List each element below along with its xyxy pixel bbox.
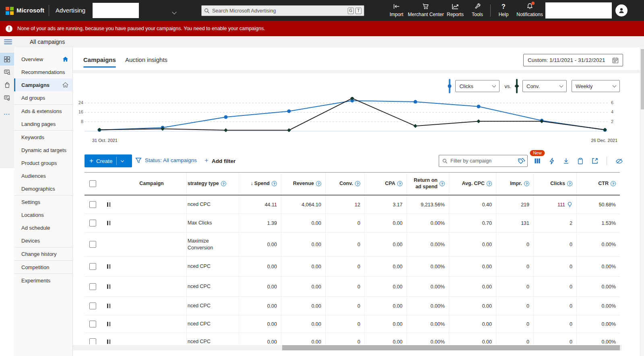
sidebar-item-campaigns[interactable]: Campaigns [14,78,72,91]
account-chevron-down-icon[interactable] [173,9,176,15]
sidebar-item-change-history[interactable]: Change history [14,247,72,260]
sidebar-item-demographics[interactable]: Demographics [14,182,72,195]
column-header-revenue[interactable]: Revenue [281,173,325,195]
help-button[interactable]: ? Help [499,3,509,17]
sidebar-item-competition[interactable]: Competition [14,261,72,274]
sidebar-item-ads-extensions[interactable]: Ads & extensions [14,105,72,117]
sidebar-item-landing-pages[interactable]: Landing pages [14,117,72,130]
more-ellipsis-icon[interactable]: ··· [0,107,14,120]
campaign-name-redacted[interactable] [117,315,186,333]
search-input[interactable] [212,8,346,14]
column-header-impr[interactable]: Impr. [496,173,533,195]
row-checkbox[interactable] [89,338,96,344]
campaign-name-redacted[interactable] [117,297,186,315]
hide-chart-eye-off-icon[interactable] [615,158,623,164]
reports-button[interactable]: Reports [447,3,464,17]
notifications-button[interactable]: Notifications [516,3,543,17]
date-range-picker[interactable]: Custom: 1/11/2021 - 31/12/2021 [523,54,623,66]
add-filter-button[interactable]: + Add filter [204,157,235,165]
help-icon[interactable] [611,181,616,186]
campaign-filter-input[interactable] [450,158,524,164]
column-header-clicks[interactable]: Clicks [533,173,576,195]
create-chevron-down-icon[interactable] [121,159,124,162]
columns-icon[interactable]: New [534,158,541,164]
row-checkbox[interactable] [89,302,96,309]
help-icon[interactable] [221,181,226,186]
help-icon[interactable] [487,181,492,186]
campaign-name-redacted[interactable] [117,333,186,344]
clipboard-icon[interactable] [578,158,583,165]
column-header-avg-cpc[interactable]: Avg. CPC [449,173,496,195]
campaign-name-redacted[interactable] [117,195,186,214]
expand-icon[interactable] [592,158,598,164]
column-header-strategy-type[interactable]: strategy type [186,173,239,195]
import-button[interactable]: Import [390,3,403,17]
tags-icon[interactable] [518,158,526,165]
column-header-spend[interactable]: Spend [239,173,281,195]
help-icon[interactable] [567,181,572,186]
help-icon[interactable] [355,181,360,186]
column-header-campaign[interactable]: Campaign [117,173,186,195]
lightning-icon[interactable] [549,158,555,165]
sidebar-item-experiments[interactable]: Experiments [14,274,72,287]
account-selector-redacted[interactable] [93,3,139,18]
insight-bulb-icon[interactable] [567,202,572,208]
sidebar-item-ad-schedule[interactable]: Ad schedule [14,221,72,234]
row-checkbox[interactable] [89,321,96,327]
row-checkbox[interactable] [89,283,96,290]
campaign-filter-search[interactable] [439,155,528,167]
campaign-name-redacted[interactable] [117,233,186,256]
help-icon[interactable] [524,181,529,186]
campaign-name-redacted[interactable] [117,214,186,232]
hamburger-icon[interactable] [4,39,12,44]
sidebar-item-dynamic-ad-targets[interactable]: Dynamic ad targets [14,144,72,156]
status-filter-link[interactable]: Status: All campaigns [135,157,197,163]
row-checkbox[interactable] [89,220,96,226]
column-header-conv[interactable]: Conv. [325,173,364,195]
sidebar-item-keywords[interactable]: Keywords [14,131,72,144]
tab-auction-insights[interactable]: Auction insights [125,56,167,63]
vertical-scrollbar[interactable] [640,47,644,356]
horizontal-scrollbar[interactable] [73,345,622,350]
column-header-ctr[interactable]: CTR [576,173,620,195]
sidebar-item-ad-groups[interactable]: Ad groups [14,91,72,104]
row-checkbox[interactable] [89,241,96,248]
chevron-down-icon [492,84,496,88]
tab-campaigns[interactable]: Campaigns [83,56,116,63]
microsoft-logo-icon[interactable] [6,7,14,15]
sidebar-item-overview[interactable]: Overview [14,53,72,66]
help-icon[interactable] [440,181,445,186]
recommendations-chat-search-icon[interactable] [0,66,14,78]
sidebar-item-product-groups[interactable]: Product groups [14,156,72,169]
row-checkbox[interactable] [89,201,96,208]
user-account-redacted[interactable] [545,2,612,19]
avatar[interactable] [615,4,627,16]
vertical-scrollbar-thumb[interactable] [641,49,644,109]
campaign-name-redacted[interactable] [117,277,186,296]
sidebar-item-settings[interactable]: Settings [14,195,72,208]
metric1-dropdown[interactable]: Clicks [455,80,500,92]
row-checkbox[interactable] [89,263,96,270]
sidebar-item-devices[interactable]: Devices [14,234,72,247]
download-icon[interactable] [563,158,569,164]
campaign-name-redacted[interactable] [117,257,186,276]
horizontal-scrollbar-thumb[interactable] [282,345,620,350]
help-icon[interactable] [316,181,321,186]
tools-button[interactable]: Tools [472,3,483,17]
metric2-dropdown[interactable]: Conv. [522,80,567,92]
merchant-center-button[interactable]: Merchant Center [408,3,444,17]
column-header-return-on-ad-spend[interactable]: Return on ad spend [407,173,449,195]
column-header-cpa[interactable]: CPA [364,173,407,195]
help-icon[interactable] [397,181,402,186]
granularity-dropdown[interactable]: Weekly [572,80,620,92]
select-all-checkbox[interactable] [89,180,96,187]
topbar-search[interactable]: G T [201,5,364,16]
help-icon[interactable] [272,181,277,186]
ad-groups-chat-gear-icon[interactable] [0,91,14,104]
sidebar-item-recommendations[interactable]: Recommendations [14,66,72,78]
sidebar-item-audiences[interactable]: Audiences [14,169,72,182]
apps-grid-icon[interactable] [0,53,14,66]
shopping-bag-icon[interactable] [0,78,14,91]
create-button[interactable]: + Create [85,154,132,167]
sidebar-item-locations[interactable]: Locations [14,208,72,221]
